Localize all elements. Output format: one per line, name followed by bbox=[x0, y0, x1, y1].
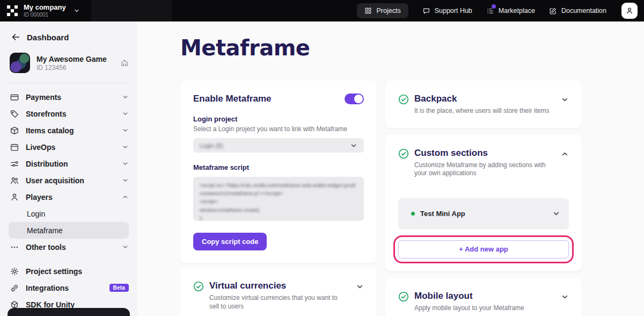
grid-icon bbox=[364, 7, 372, 15]
chevron-down-icon[interactable] bbox=[561, 293, 569, 301]
backpack-title: Backpack bbox=[414, 94, 555, 104]
topbar-nav: Projects Support Hub Marketplace Docum bbox=[357, 3, 638, 19]
chevron-down-icon[interactable] bbox=[356, 283, 364, 291]
gear-icon bbox=[10, 267, 19, 276]
toggle-knob bbox=[354, 95, 363, 103]
app-root: My company ID 000001 Projects Support Hu… bbox=[0, 0, 644, 316]
metaframe-toggle[interactable] bbox=[345, 94, 364, 104]
chevron-up-icon[interactable] bbox=[561, 150, 569, 158]
sidebar-item-items-catalog[interactable]: Items catalog bbox=[0, 122, 137, 139]
check-circle-icon bbox=[398, 148, 409, 159]
virtual-currencies-description: Customize virtual currencies that you wa… bbox=[209, 294, 345, 311]
check-circle-icon bbox=[398, 291, 409, 302]
notification-badge bbox=[491, 3, 497, 10]
topbar: My company ID 000001 Projects Support Hu… bbox=[0, 0, 644, 21]
login-project-label: Login project bbox=[193, 115, 364, 123]
item-label: Login bbox=[27, 210, 45, 218]
chevron-down-icon[interactable] bbox=[552, 210, 560, 218]
back-to-dashboard[interactable]: Dashboard bbox=[0, 21, 137, 48]
sidebar-item-players[interactable]: Players bbox=[0, 189, 137, 205]
sidebar-group-gap bbox=[0, 255, 137, 263]
chevron-down-icon bbox=[122, 127, 129, 134]
box-icon bbox=[10, 126, 19, 135]
chevron-down-icon bbox=[122, 143, 129, 150]
metaframe-script-text: <script src="https://cdn.xsolla.net/meta… bbox=[200, 181, 357, 221]
main-content: Metaframe Enable Metaframe Login project… bbox=[137, 21, 644, 316]
add-new-app-button[interactable]: + Add new app bbox=[398, 240, 569, 258]
copy-script-button[interactable]: Copy script code bbox=[193, 233, 267, 250]
sidebar-item-other-tools[interactable]: Other tools bbox=[0, 239, 137, 255]
sidebar-item-distribution[interactable]: Distribution bbox=[0, 155, 137, 172]
mobile-layout-title: Mobile layout bbox=[414, 291, 555, 301]
enable-metaframe-card: Enable Metaframe Login project Select a … bbox=[180, 81, 377, 263]
chevron-down-icon bbox=[350, 142, 357, 149]
documentation-icon bbox=[549, 7, 557, 15]
login-project-value: Login (5) bbox=[200, 142, 223, 149]
project-texts: My Awesome Game ID 123456 bbox=[36, 55, 107, 71]
sidebar-item-integrations[interactable]: Integrations Beta bbox=[0, 279, 137, 296]
virtual-currencies-card: Virtual currencies Customize virtual cur… bbox=[180, 268, 377, 316]
sidebar-item-payments[interactable]: Payments bbox=[0, 89, 137, 105]
project-id: ID 123456 bbox=[36, 64, 107, 71]
sidebar-item-metaframe[interactable]: Metaframe bbox=[9, 222, 129, 239]
cards-columns: Enable Metaframe Login project Select a … bbox=[180, 81, 644, 316]
sidebar-nav: Payments Storefronts Items catalog LiveO… bbox=[0, 89, 137, 313]
sidebar-item-login[interactable]: Login bbox=[0, 205, 137, 222]
navigation-tip-banner[interactable]: How's new navigation? bbox=[8, 308, 130, 316]
sliders-icon bbox=[10, 159, 19, 169]
item-label: Storefronts bbox=[26, 110, 66, 118]
custom-sections-card: Custom sections Customize Metaframe by a… bbox=[385, 135, 582, 271]
item-label: Payments bbox=[26, 93, 61, 102]
link-icon bbox=[10, 283, 19, 293]
page-title: Metaframe bbox=[180, 35, 644, 60]
sidebar-item-liveops[interactable]: LiveOps bbox=[0, 139, 137, 155]
mobile-layout-card: Mobile layout Apply mobile layout to you… bbox=[385, 278, 582, 316]
item-label: Metaframe bbox=[27, 226, 63, 235]
project-selector[interactable]: My Awesome Game ID 123456 bbox=[0, 48, 137, 77]
right-column: Backpack It is the place, where users wi… bbox=[385, 81, 582, 316]
backpack-description: It is the place, where users will store … bbox=[414, 107, 554, 116]
documentation-link[interactable]: Documentation bbox=[549, 7, 606, 15]
xsolla-logo-icon bbox=[6, 5, 18, 17]
left-column: Enable Metaframe Login project Select a … bbox=[180, 81, 377, 316]
beta-badge: Beta bbox=[109, 284, 129, 292]
tag-icon bbox=[10, 109, 19, 119]
custom-sections-title: Custom sections bbox=[414, 148, 555, 159]
check-circle-icon bbox=[398, 94, 409, 105]
projects-button[interactable]: Projects bbox=[357, 3, 408, 18]
chevron-down-icon bbox=[122, 110, 129, 117]
item-label: Items catalog bbox=[26, 126, 74, 135]
metaframe-script-box[interactable]: <script src="https://cdn.xsolla.net/meta… bbox=[193, 177, 364, 221]
documentation-label: Documentation bbox=[561, 7, 606, 15]
chevron-down-icon bbox=[122, 160, 129, 167]
projects-label: Projects bbox=[376, 7, 400, 15]
item-label: Integrations bbox=[26, 284, 69, 292]
check-circle-icon bbox=[193, 281, 204, 292]
home-icon[interactable] bbox=[120, 59, 129, 67]
item-label: Other tools bbox=[26, 243, 66, 252]
users-icon bbox=[10, 176, 19, 185]
login-project-select[interactable]: Login (5) bbox=[193, 138, 364, 153]
sidebar-item-project-settings[interactable]: Project settings bbox=[0, 263, 137, 279]
chevron-down-icon bbox=[122, 177, 129, 184]
chevron-down-icon bbox=[122, 243, 129, 250]
marketplace-label: Marketplace bbox=[499, 7, 535, 15]
marketplace-link[interactable]: Marketplace bbox=[486, 7, 535, 15]
project-name: My Awesome Game bbox=[36, 55, 107, 63]
chevron-up-icon bbox=[122, 193, 129, 200]
item-label: User acquisition bbox=[26, 176, 84, 185]
chat-icon bbox=[422, 7, 430, 15]
mini-app-row[interactable]: Test Mini App bbox=[398, 198, 569, 229]
sidebar: Dashboard My Awesome Game ID 123456 Paym… bbox=[0, 21, 137, 316]
company-selector[interactable]: My company ID 000001 bbox=[6, 4, 80, 18]
chevron-down-icon[interactable] bbox=[561, 96, 569, 104]
sidebar-item-storefronts[interactable]: Storefronts bbox=[0, 105, 137, 122]
item-label: Project settings bbox=[26, 267, 82, 276]
item-label: Distribution bbox=[26, 160, 68, 168]
sidebar-item-user-acquisition[interactable]: User acquisition bbox=[0, 172, 137, 189]
user-avatar-button[interactable] bbox=[621, 3, 638, 19]
custom-sections-description: Customize Metaframe by adding sections w… bbox=[414, 161, 550, 178]
item-label: LiveOps bbox=[26, 143, 55, 152]
support-hub-link[interactable]: Support Hub bbox=[422, 7, 472, 15]
mobile-layout-description: Apply mobile layout to your Metaframe bbox=[414, 304, 554, 313]
